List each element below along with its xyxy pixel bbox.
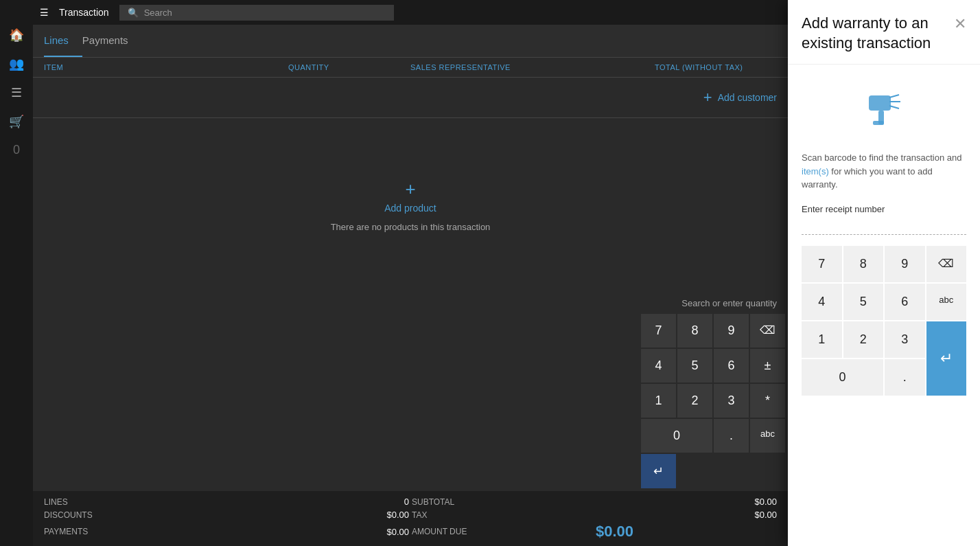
topbar-title: Transaction [59, 7, 109, 18]
key-abc[interactable]: abc [750, 419, 785, 453]
tab-lines[interactable]: Lines [44, 25, 82, 57]
overlay-numpad: 7 8 9 ⌫ 4 5 6 abc 1 2 3 ↵ 0 . [802, 246, 966, 396]
footer-bar: LINES 0 SUBTOTAL $0.00 DISCOUNTS $0.00 T… [33, 491, 788, 546]
add-customer-icon: + [703, 89, 712, 106]
key-7[interactable]: 7 [641, 314, 676, 348]
key-5[interactable]: 5 [677, 349, 712, 383]
col-sales-rep: SALES REPRESENTATIVE [410, 63, 655, 71]
overlay-close-button[interactable]: ✕ [954, 15, 966, 33]
overlay-panel: Add warranty to an existing transaction … [788, 0, 980, 546]
item-link[interactable]: item(s) [802, 166, 829, 177]
add-product-button[interactable]: + Add product [384, 179, 436, 214]
o-key-2[interactable]: 2 [843, 321, 884, 358]
topbar-menu-icon[interactable]: ☰ [40, 7, 49, 18]
subtotal-label: SUBTOTAL [412, 497, 593, 507]
add-product-icon: + [405, 179, 415, 200]
topbar: ☰ Transaction 🔍 Search [33, 0, 788, 25]
o-key-5[interactable]: 5 [843, 284, 884, 320]
empty-message: There are no products in this transactio… [331, 222, 491, 232]
svg-rect-2 [873, 121, 884, 125]
add-product-label: Add product [384, 203, 436, 214]
key-0[interactable]: 0 [641, 419, 712, 453]
payments-value: $0.00 [228, 527, 409, 537]
sidebar-icon-users[interactable]: 👥 [9, 56, 24, 71]
key-star[interactable]: * [750, 384, 785, 418]
empty-state: + Add product There are no products in t… [33, 118, 788, 293]
overlay-body: Scan barcode to find the transaction and… [788, 65, 980, 546]
tax-label: TAX [412, 510, 593, 520]
key-backspace[interactable]: ⌫ [750, 314, 785, 348]
overlay-title: Add warranty to an existing transaction [802, 14, 946, 53]
search-placeholder: Search [144, 8, 172, 18]
key-9[interactable]: 9 [714, 314, 749, 348]
receipt-label: Enter receipt number [802, 204, 885, 214]
subtotal-value: $0.00 [596, 497, 777, 507]
discounts-label: DISCOUNTS [44, 510, 225, 520]
o-key-3[interactable]: 3 [885, 321, 925, 358]
lines-label: LINES [44, 497, 225, 507]
o-key-6[interactable]: 6 [885, 284, 925, 320]
o-key-8[interactable]: 8 [843, 246, 884, 282]
search-icon: 🔍 [128, 8, 139, 18]
o-key-abc[interactable]: abc [926, 284, 967, 320]
sidebar-icon-home[interactable]: 🏠 [9, 27, 24, 43]
sidebar-icon-zero: 0 [13, 143, 20, 157]
table-header: ITEM QUANTITY SALES REPRESENTATIVE TOTAL… [33, 58, 788, 78]
receipt-input-area: Enter receipt number [802, 203, 966, 235]
key-2[interactable]: 2 [677, 384, 712, 418]
svg-rect-0 [869, 95, 891, 111]
key-enter[interactable]: ↵ [641, 454, 676, 488]
payments-label: PAYMENTS [44, 527, 225, 536]
tab-payments[interactable]: Payments [82, 25, 142, 57]
key-3[interactable]: 3 [714, 384, 749, 418]
add-customer-label: Add customer [718, 92, 777, 103]
o-key-dot[interactable]: . [885, 359, 925, 396]
tabs: Lines Payments [33, 25, 788, 58]
sidebar: 🏠 👥 ☰ 🛒 0 [0, 0, 33, 546]
receipt-number-input[interactable] [802, 215, 966, 235]
numpad: 7 8 9 ⌫ 4 5 6 ± 1 2 3 * 0 . abc ↵ [638, 314, 788, 491]
o-key-9[interactable]: 9 [885, 246, 925, 282]
o-key-enter[interactable]: ↵ [926, 321, 967, 396]
sidebar-icon-cart[interactable]: 🛒 [9, 114, 24, 129]
svg-line-5 [889, 106, 899, 109]
o-key-0[interactable]: 0 [802, 359, 883, 396]
svg-line-3 [889, 95, 899, 98]
discounts-value: $0.00 [228, 510, 409, 520]
add-customer-area[interactable]: + Add customer [33, 78, 788, 118]
amount-due-label: AMOUNT DUE [412, 527, 593, 536]
o-key-backspace[interactable]: ⌫ [926, 246, 967, 282]
o-key-1[interactable]: 1 [802, 321, 842, 358]
key-8[interactable]: 8 [677, 314, 712, 348]
key-plusminus[interactable]: ± [750, 349, 785, 383]
o-key-7[interactable]: 7 [802, 246, 842, 282]
key-6[interactable]: 6 [714, 349, 749, 383]
search-qty: Search or enter quantity [33, 293, 788, 314]
tax-value: $0.00 [596, 510, 777, 520]
amount-due-value: $0.00 [596, 523, 777, 541]
main-area: ☰ Transaction 🔍 Search Lines Payments IT… [33, 0, 788, 546]
scanner-icon-area [802, 78, 966, 140]
key-4[interactable]: 4 [641, 349, 676, 383]
col-total: TOTAL (WITHOUT TAX) [655, 63, 777, 71]
key-dot[interactable]: . [714, 419, 749, 453]
barcode-scanner-icon [863, 85, 905, 133]
col-item: ITEM [44, 63, 288, 71]
o-key-4[interactable]: 4 [802, 284, 842, 320]
search-bar[interactable]: 🔍 Search [119, 5, 394, 21]
sidebar-icon-menu[interactable]: ☰ [11, 85, 22, 100]
overlay-header: Add warranty to an existing transaction … [788, 0, 980, 65]
lines-value: 0 [228, 497, 409, 507]
scan-instructions: Scan barcode to find the transaction and… [802, 151, 966, 192]
key-1[interactable]: 1 [641, 384, 676, 418]
col-quantity: QUANTITY [288, 63, 410, 71]
